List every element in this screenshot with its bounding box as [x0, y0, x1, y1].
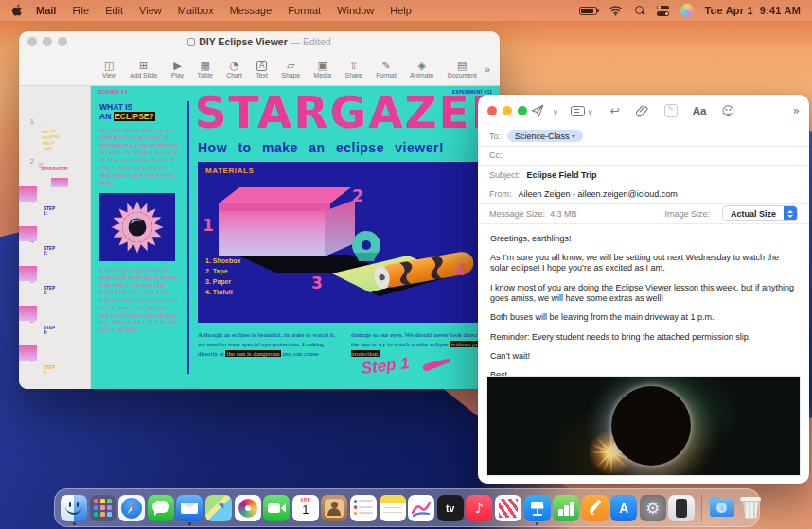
- eclipse-photo-attachment[interactable]: [487, 377, 800, 475]
- recipient-token[interactable]: Science-Class▾: [507, 130, 583, 142]
- menu-bar-time: 9:41 AM: [760, 5, 801, 16]
- dock-photos-icon[interactable]: [235, 495, 261, 521]
- animate-icon: [418, 61, 426, 71]
- toolbar-add-slide-button[interactable]: Add Slide: [130, 61, 157, 79]
- dock-news-icon[interactable]: [495, 495, 521, 521]
- send-options-chevron-icon[interactable]: [553, 104, 558, 117]
- dock-trash-icon[interactable]: [737, 495, 764, 521]
- format-button[interactable]: Aa: [693, 105, 707, 116]
- toolbar-view-button[interactable]: View: [102, 61, 116, 79]
- mail-compose-window: Aa To: Science-Class▾ Cc: Subject: Eclip…: [478, 95, 809, 484]
- send-button[interactable]: [531, 104, 544, 117]
- slide-thumb-5[interactable]: 5 STEP 3:: [19, 251, 90, 287]
- slide-thumb-4[interactable]: 4 STEP 2:: [19, 211, 90, 247]
- slide-thumb-3[interactable]: 3 STEP 1:: [19, 171, 90, 207]
- toolbar-overflow-button[interactable]: [485, 63, 490, 75]
- slide-canvas[interactable]: SCIENCE 4.0 EXPERIMENT #11 WHAT IS AN EC…: [91, 86, 500, 389]
- menu-item-format[interactable]: Format: [288, 5, 321, 16]
- slide-thumb-7[interactable]: 7 STEP 5:: [19, 330, 90, 366]
- dock-pages-icon[interactable]: [582, 495, 609, 521]
- menu-item-mailbox[interactable]: Mailbox: [178, 5, 214, 16]
- toolbar-format-button[interactable]: Format: [376, 61, 397, 79]
- menu-item-file[interactable]: File: [72, 5, 89, 16]
- table-icon: [200, 61, 209, 71]
- slide-paragraph-2: A solar eclipse happens when the moon bl…: [99, 267, 181, 334]
- slide-title: STARGAZER: [195, 86, 500, 138]
- dock-finder-icon[interactable]: [61, 495, 87, 521]
- materials-illustration: [198, 162, 493, 323]
- toolbar-document-button[interactable]: Document: [448, 61, 477, 79]
- apple-menu-icon[interactable]: [11, 4, 23, 17]
- emoji-button[interactable]: [721, 104, 734, 118]
- menu-item-message[interactable]: Message: [230, 5, 273, 16]
- toolbar-table-button[interactable]: Table: [198, 61, 213, 79]
- message-body[interactable]: Greetings, earthlings! As I’m sure you a…: [478, 224, 809, 393]
- cc-field[interactable]: Cc:: [478, 147, 809, 167]
- slide-paragraph-1: An eclipse happens when a moon or planet…: [99, 127, 181, 187]
- toolbar-play-button[interactable]: Play: [171, 61, 184, 79]
- slide-bottom-text: Although an eclipse is beautiful, in ord…: [198, 330, 493, 359]
- toolbar-media-button[interactable]: Media: [314, 61, 332, 79]
- materials-number-3: 3: [311, 273, 323, 292]
- toolbar-chart-button[interactable]: Chart: [226, 61, 242, 79]
- toolbar-animate-button[interactable]: Animate: [410, 61, 433, 79]
- header-fields-button[interactable]: [571, 106, 585, 116]
- dock-iphone-mirroring-icon[interactable]: [668, 495, 695, 521]
- header-fields-chevron-icon[interactable]: [588, 104, 593, 117]
- markup-button[interactable]: [664, 104, 678, 117]
- dock-keynote-icon[interactable]: [524, 495, 551, 521]
- to-field[interactable]: To: Science-Class▾: [478, 127, 809, 147]
- siri-icon[interactable]: [680, 4, 694, 17]
- toolbar-shape-button[interactable]: Shape: [281, 61, 300, 79]
- mail-toolbar-overflow-button[interactable]: [793, 104, 800, 117]
- dock-contacts-icon[interactable]: [321, 495, 347, 521]
- slide-thumb-1[interactable]: 1 SOLAR ECLIPSE FIELD TRIP: [19, 92, 90, 128]
- dock-reminders-icon[interactable]: [350, 495, 377, 521]
- dock-messages-icon[interactable]: [148, 495, 174, 521]
- menu-item-edit[interactable]: Edit: [105, 5, 123, 16]
- spotlight-search-icon[interactable]: [634, 5, 645, 16]
- undo-button[interactable]: [610, 104, 620, 117]
- dock-app-store-icon[interactable]: A: [610, 495, 637, 521]
- wifi-icon[interactable]: [609, 5, 623, 16]
- dock-maps-icon[interactable]: [205, 495, 232, 521]
- materials-number-1: 1: [203, 216, 214, 235]
- slide-thumb-6[interactable]: 6 STEP 4:: [19, 291, 90, 326]
- attach-button[interactable]: [636, 104, 648, 117]
- slide-course-label: SCIENCE 4.0: [98, 90, 128, 95]
- dock-mail-icon[interactable]: [176, 495, 203, 521]
- battery-icon[interactable]: [579, 7, 597, 15]
- mail-toolbar[interactable]: Aa: [478, 95, 809, 127]
- from-field[interactable]: From: Aileen Zeigen - aileen.zeigen@iclo…: [478, 185, 809, 205]
- menu-item-mail[interactable]: Mail: [36, 5, 56, 16]
- menu-item-window[interactable]: Window: [337, 5, 374, 16]
- dock-facetime-icon[interactable]: [263, 495, 290, 521]
- dock-tv-icon[interactable]: tv: [437, 495, 464, 521]
- window-controls[interactable]: [487, 106, 527, 115]
- toolbar-share-button[interactable]: Share: [345, 61, 362, 79]
- message-size-label: Message Size:: [489, 209, 545, 219]
- dock-numbers-icon[interactable]: [553, 495, 579, 521]
- size-row: Message Size: 4.3 MB Image Size: Actual …: [478, 204, 809, 224]
- toolbar-text-button[interactable]: Text: [256, 60, 267, 79]
- message-size-value: 4.3 MB: [550, 209, 577, 219]
- dock-calendar-icon[interactable]: APR1: [292, 495, 319, 521]
- format-brush-icon: [381, 61, 390, 71]
- dock-freeform-icon[interactable]: [408, 495, 434, 521]
- dock-notes-icon[interactable]: [380, 495, 406, 521]
- dock-launchpad-icon[interactable]: [90, 495, 116, 521]
- sun-illustration: [99, 193, 175, 261]
- subject-field[interactable]: Subject: Eclipse Field Trip: [478, 166, 809, 185]
- dock-system-settings-icon[interactable]: [640, 495, 666, 521]
- share-icon: [349, 61, 358, 71]
- materials-number-2: 2: [352, 186, 363, 205]
- menu-item-help[interactable]: Help: [390, 5, 412, 16]
- control-center-icon[interactable]: [657, 6, 669, 16]
- dock-downloads-icon[interactable]: ↓: [709, 495, 735, 521]
- menu-item-view[interactable]: View: [139, 5, 162, 16]
- image-size-select[interactable]: Actual Size: [722, 205, 798, 221]
- menu-bar-clock[interactable]: Tue Apr 1 9:41 AM: [705, 5, 801, 16]
- dock-safari-icon[interactable]: [118, 495, 145, 521]
- dock-music-icon[interactable]: [466, 495, 492, 521]
- keynote-titlebar[interactable]: DIY Eclipse Viewer — Edited: [19, 31, 500, 52]
